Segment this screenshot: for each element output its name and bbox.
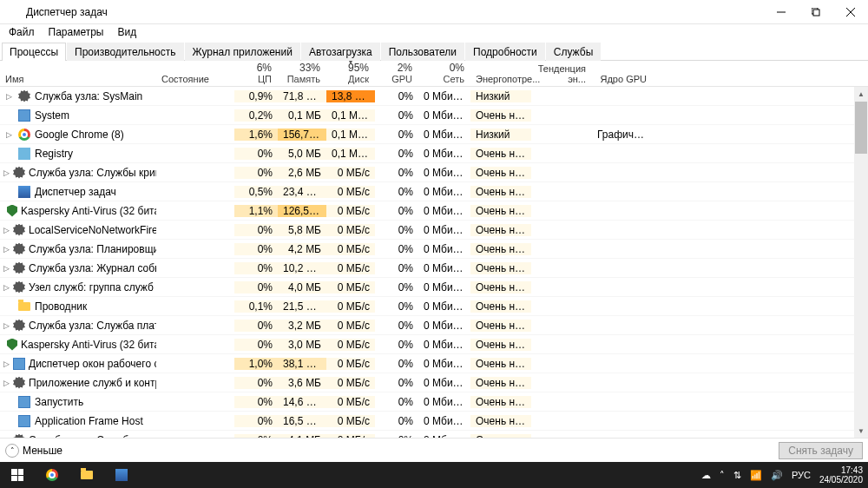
expand-icon[interactable]: ▷	[3, 321, 10, 330]
menu-file[interactable]: Файл	[2, 24, 42, 42]
process-name: LocalServiceNoNetworkFirewall ...	[29, 224, 156, 236]
process-name: Служба узла: Служба платфо...	[29, 320, 156, 332]
expand-icon[interactable]: ▷	[3, 168, 10, 177]
table-row[interactable]: Kaspersky Anti-Virus (32 бита)0%3,0 МБ0 …	[0, 335, 854, 354]
taskbar-explorer[interactable]	[69, 462, 104, 488]
expand-icon[interactable]: ▷	[3, 130, 14, 139]
table-row[interactable]: ▷Служба узла: Службы криптог...0%2,6 МБ0…	[0, 163, 854, 182]
table-row[interactable]: System0,2%0,1 МБ0,1 МБ/с0%0 Мбит/сОчень …	[0, 106, 854, 125]
network-cell: 0 Мбит/с	[418, 320, 470, 332]
expand-icon[interactable]: ▷	[3, 283, 10, 292]
maximize-button[interactable]	[799, 0, 833, 24]
table-row[interactable]: ▷Служба узла: SysMain0,9%71,8 МБ13,8 МБ/…	[0, 87, 854, 106]
disk-cell: 0 МБ/с	[326, 377, 375, 389]
tab-services[interactable]: Службы	[546, 43, 601, 61]
energy-cell: Очень низкое	[470, 281, 531, 293]
expand-icon[interactable]: ▷	[3, 245, 10, 254]
tray-volume-icon[interactable]: 🔊	[771, 470, 783, 481]
expand-icon[interactable]: ▷	[3, 92, 14, 101]
scroll-up-icon[interactable]: ▲	[854, 87, 868, 101]
energy-cell: Очень низкое	[470, 300, 531, 313]
svg-rect-2	[813, 10, 819, 16]
end-task-button[interactable]: Снять задачу	[779, 442, 863, 459]
col-memory[interactable]: 33% Память	[278, 61, 326, 86]
memory-cell: 23,4 МБ	[278, 186, 326, 198]
cpu-cell: 0%	[234, 281, 278, 293]
network-cell: 0 Мбит/с	[418, 243, 470, 255]
process-list[interactable]: ▷Служба узла: SysMain0,9%71,8 МБ13,8 МБ/…	[0, 87, 854, 438]
tab-startup[interactable]: Автозагрузка	[301, 43, 380, 61]
gear-icon	[13, 319, 25, 333]
col-name[interactable]: Имя	[0, 72, 156, 86]
expand-icon[interactable]: ▷	[3, 359, 10, 368]
energy-cell: Очень низкое	[470, 224, 531, 236]
tabbar: Процессы Производительность Журнал прило…	[0, 42, 868, 61]
taskmgr-icon	[17, 185, 31, 199]
expand-icon[interactable]: ▷	[3, 264, 10, 273]
process-name: Application Frame Host	[35, 415, 143, 427]
table-row[interactable]: Application Frame Host0%16,5 МБ0 МБ/с0%0…	[0, 412, 854, 431]
menu-view[interactable]: Вид	[110, 24, 143, 42]
col-gpu[interactable]: 2% GPU	[375, 61, 418, 86]
col-gpu-core[interactable]: Ядро GPU	[592, 62, 653, 86]
energy-cell: Очень низкое	[470, 358, 531, 370]
table-row[interactable]: ▷Служба узла: Планировщик з...0%4,2 МБ0 …	[0, 240, 854, 259]
table-row[interactable]: ▷Google Chrome (8)1,6%156,7 МБ0,1 МБ/с0%…	[0, 125, 854, 144]
energy-cell: Очень низкое	[470, 377, 531, 389]
tray-network-icon[interactable]: ⇅	[733, 470, 741, 481]
minimize-button[interactable]	[764, 0, 799, 24]
table-row[interactable]: ▷Узел служб: группа служб Uni...0%4,0 МБ…	[0, 278, 854, 297]
tab-app-history[interactable]: Журнал приложений	[185, 43, 300, 61]
table-row[interactable]: ▷LocalServiceNoNetworkFirewall ...0%5,8 …	[0, 221, 854, 240]
scroll-down-icon[interactable]: ▼	[854, 424, 868, 438]
gpu-cell: 0%	[375, 396, 418, 408]
generic-icon	[17, 414, 31, 428]
col-energy-trend[interactable]: Тенденция эн...	[531, 61, 592, 86]
col-energy[interactable]: Энергопотре...	[470, 62, 531, 86]
table-row[interactable]: Registry0%5,0 МБ0,1 МБ/с0%0 Мбит/сОчень …	[0, 144, 854, 163]
col-status[interactable]: Состояние	[156, 72, 234, 86]
taskbar-taskmanager[interactable]	[104, 462, 139, 488]
network-cell: 0 Мбит/с	[418, 339, 470, 351]
generic-icon	[17, 109, 31, 122]
tray-chevron-icon[interactable]: ˄	[720, 470, 725, 481]
table-row[interactable]: ▷Служба узла: Служба платфо...0%3,2 МБ0 …	[0, 316, 854, 335]
col-disk[interactable]: ▾ 95% Диск	[326, 61, 375, 86]
table-row[interactable]: Kaspersky Anti-Virus (32 бита)1,1%126,5 …	[0, 201, 854, 221]
gpu-cell: 0%	[375, 281, 418, 293]
sort-indicator-icon: ▾	[349, 61, 352, 66]
taskbar-chrome[interactable]	[35, 462, 69, 488]
process-name: Диспетчер окон рабочего стола	[29, 358, 156, 370]
tray-onedrive-icon[interactable]: ☁	[701, 470, 711, 481]
table-row[interactable]: Запустить0%14,6 МБ0 МБ/с0%0 Мбит/сОчень …	[0, 392, 854, 412]
tab-details[interactable]: Подробности	[465, 43, 545, 61]
disk-cell: 13,8 МБ/с	[326, 90, 375, 102]
close-button[interactable]	[833, 0, 868, 24]
process-name: Запустить	[35, 396, 83, 408]
tab-users[interactable]: Пользователи	[381, 43, 464, 61]
gpu-cell: 0%	[375, 358, 418, 370]
scroll-thumb[interactable]	[855, 102, 867, 154]
expand-icon[interactable]: ▷	[3, 226, 10, 234]
gpu-cell: 0%	[375, 320, 418, 332]
col-network[interactable]: 0% Сеть	[418, 61, 470, 86]
tab-processes[interactable]: Процессы	[2, 43, 66, 61]
table-row[interactable]: Проводник0,1%21,5 МБ0 МБ/с0%0 Мбит/сОчен…	[0, 297, 854, 316]
start-button[interactable]	[0, 462, 35, 488]
table-row[interactable]: ▷Приложение служб и контрол...0%3,6 МБ0 …	[0, 373, 854, 392]
tray-language[interactable]: РУС	[792, 470, 811, 480]
gpu-cell: 0%	[375, 300, 418, 313]
col-cpu[interactable]: 6% ЦП	[234, 61, 278, 86]
menu-options[interactable]: Параметры	[42, 24, 111, 42]
fewer-details-button[interactable]: ˄ Меньше	[5, 444, 62, 458]
tray-wifi-icon[interactable]: 📶	[750, 470, 762, 481]
table-row[interactable]: ▷Служба узла: Служба пользов...0%4,1 МБ0…	[0, 431, 854, 438]
tray-clock[interactable]: 17:43 24/05/2020	[819, 465, 863, 485]
table-row[interactable]: ▷Диспетчер окон рабочего стола1,0%38,1 М…	[0, 354, 854, 373]
table-row[interactable]: ▷Служба узла: Журнал событи...0%10,2 МБ0…	[0, 259, 854, 278]
table-row[interactable]: Диспетчер задач0,5%23,4 МБ0 МБ/с0%0 Мбит…	[0, 182, 854, 201]
energy-cell: Низкий	[470, 90, 531, 102]
expand-icon[interactable]: ▷	[3, 379, 10, 387]
tab-performance[interactable]: Производительность	[67, 43, 183, 61]
scrollbar[interactable]: ▲ ▼	[854, 87, 868, 438]
